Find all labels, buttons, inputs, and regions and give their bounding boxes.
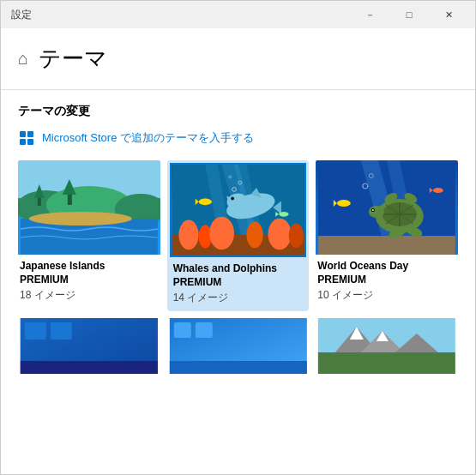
- theme-count: 14 イメージ: [173, 291, 304, 305]
- svg-rect-2: [20, 139, 26, 145]
- theme-image-bottom-1: [18, 318, 160, 374]
- svg-point-33: [279, 212, 289, 217]
- svg-point-57: [337, 200, 351, 207]
- section-title: テーマの変更: [18, 104, 458, 119]
- theme-name: Whales and DolphinsPREMIUM: [173, 262, 304, 289]
- svg-point-22: [246, 221, 262, 248]
- title-bar: 設定 － □ ✕: [1, 1, 475, 28]
- theme-name: World Oceans DayPREMIUM: [317, 260, 456, 286]
- themes-grid: Japanese IslandsPREMIUM 18 イメージ: [18, 160, 458, 374]
- svg-point-31: [198, 199, 211, 206]
- svg-rect-68: [173, 322, 190, 338]
- page-title: テーマ: [39, 44, 107, 74]
- svg-point-23: [268, 219, 291, 250]
- svg-rect-67: [169, 361, 306, 374]
- theme-count: 18 イメージ: [20, 288, 159, 303]
- svg-point-59: [433, 188, 443, 193]
- svg-rect-3: [27, 139, 33, 145]
- window-title: 設定: [11, 8, 32, 22]
- theme-card-whales-dolphins[interactable]: Whales and DolphinsPREMIUM 14 イメージ: [167, 160, 310, 311]
- home-icon[interactable]: ⌂: [18, 49, 28, 69]
- svg-point-13: [29, 212, 132, 225]
- svg-point-21: [209, 217, 234, 250]
- svg-rect-64: [25, 322, 46, 340]
- theme-image-world-oceans-day: [316, 160, 458, 255]
- theme-name: Japanese IslandsPREMIUM: [20, 260, 159, 286]
- store-icon: [18, 129, 35, 147]
- svg-rect-71: [318, 352, 455, 374]
- close-button[interactable]: ✕: [429, 1, 468, 28]
- svg-rect-69: [195, 322, 212, 338]
- store-link-text[interactable]: Microsoft Store で追加のテーマを入手する: [42, 130, 254, 146]
- theme-info-whales-dolphins: Whales and DolphinsPREMIUM 14 イメージ: [170, 257, 307, 309]
- minimize-button[interactable]: －: [350, 1, 389, 28]
- theme-card-bottom-3[interactable]: [316, 318, 458, 374]
- svg-point-28: [231, 197, 234, 201]
- theme-card-japanese-islands[interactable]: Japanese IslandsPREMIUM 18 イメージ: [18, 160, 160, 311]
- svg-point-48: [369, 206, 384, 218]
- theme-image-whales-dolphins: [170, 163, 307, 257]
- theme-info-world-oceans-day: World Oceans DayPREMIUM 10 イメージ: [316, 255, 458, 306]
- svg-point-54: [372, 209, 374, 211]
- svg-rect-0: [20, 131, 26, 137]
- content-area: テーマの変更 Microsoft Store で追加のテーマを入手する: [1, 90, 475, 474]
- theme-image-japanese-islands: [18, 160, 160, 255]
- theme-info-japanese-islands: Japanese IslandsPREMIUM 18 イメージ: [18, 255, 160, 306]
- maximize-button[interactable]: □: [389, 1, 429, 28]
- theme-card-bottom-1[interactable]: [18, 318, 160, 374]
- svg-rect-65: [51, 322, 72, 340]
- theme-card-bottom-2[interactable]: [167, 318, 310, 374]
- svg-rect-63: [21, 361, 158, 374]
- svg-rect-41: [318, 236, 455, 255]
- theme-image-bottom-2: [167, 318, 310, 374]
- store-link-row[interactable]: Microsoft Store で追加のテーマを入手する: [18, 129, 458, 147]
- theme-image-bottom-3: [316, 318, 458, 374]
- svg-point-24: [288, 223, 303, 248]
- settings-window: 設定 － □ ✕ ⌂ テーマ テーマの変更 Microsoft Store で追…: [0, 0, 476, 475]
- svg-rect-1: [27, 131, 33, 137]
- theme-card-world-oceans-day[interactable]: World Oceans DayPREMIUM 10 イメージ: [316, 160, 458, 311]
- svg-point-19: [178, 220, 198, 250]
- theme-count: 10 イメージ: [317, 288, 456, 303]
- title-bar-controls: － □ ✕: [350, 1, 468, 28]
- page-header: ⌂ テーマ: [1, 28, 475, 90]
